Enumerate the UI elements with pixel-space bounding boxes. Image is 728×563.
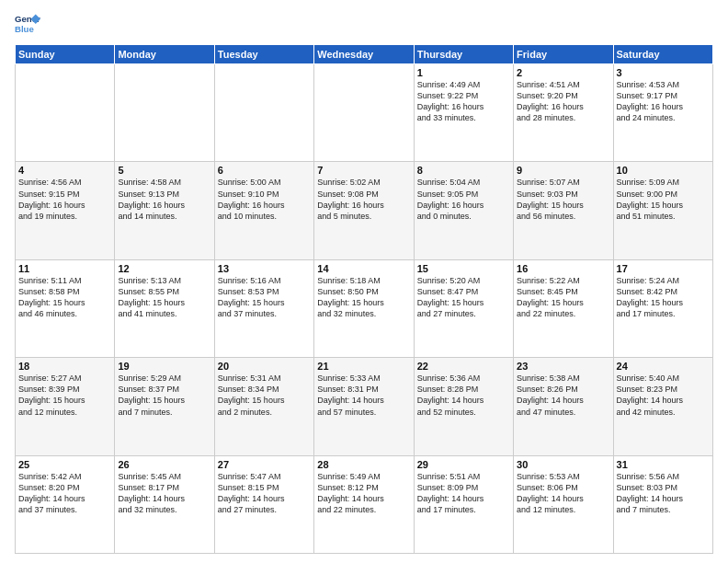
calendar-cell: 8Sunrise: 5:04 AM Sunset: 9:05 PM Daylig… (414, 162, 513, 259)
calendar-cell (314, 64, 414, 162)
day-number: 1 (417, 67, 510, 78)
calendar-cell: 30Sunrise: 5:53 AM Sunset: 8:06 PM Dayli… (514, 455, 613, 553)
calendar-header-monday: Monday (115, 45, 214, 64)
day-info: Sunrise: 5:11 AM Sunset: 8:58 PM Dayligh… (18, 275, 111, 320)
day-number: 20 (218, 361, 311, 372)
calendar-cell: 29Sunrise: 5:51 AM Sunset: 8:09 PM Dayli… (414, 455, 513, 553)
calendar-cell: 18Sunrise: 5:27 AM Sunset: 8:39 PM Dayli… (16, 358, 115, 455)
day-number: 23 (517, 361, 609, 372)
day-info: Sunrise: 5:36 AM Sunset: 8:28 PM Dayligh… (417, 373, 510, 418)
day-info: Sunrise: 5:24 AM Sunset: 8:42 PM Dayligh… (617, 275, 710, 320)
calendar-cell: 7Sunrise: 5:02 AM Sunset: 9:08 PM Daylig… (314, 162, 414, 259)
day-number: 12 (118, 263, 210, 274)
day-info: Sunrise: 5:16 AM Sunset: 8:53 PM Dayligh… (218, 275, 311, 320)
day-info: Sunrise: 5:00 AM Sunset: 9:10 PM Dayligh… (218, 177, 311, 222)
day-number: 25 (18, 459, 111, 470)
calendar-cell: 10Sunrise: 5:09 AM Sunset: 9:00 PM Dayli… (613, 162, 712, 259)
day-info: Sunrise: 5:07 AM Sunset: 9:03 PM Dayligh… (517, 177, 609, 222)
day-number: 15 (417, 263, 510, 274)
calendar-cell: 13Sunrise: 5:16 AM Sunset: 8:53 PM Dayli… (214, 259, 313, 357)
day-number: 14 (317, 263, 410, 274)
calendar-week-2: 4Sunrise: 4:56 AM Sunset: 9:15 PM Daylig… (16, 162, 713, 259)
calendar-cell: 21Sunrise: 5:33 AM Sunset: 8:31 PM Dayli… (314, 358, 414, 455)
day-number: 29 (417, 459, 510, 470)
day-number: 10 (617, 165, 710, 176)
calendar-cell: 25Sunrise: 5:42 AM Sunset: 8:20 PM Dayli… (16, 455, 115, 553)
day-info: Sunrise: 5:22 AM Sunset: 8:45 PM Dayligh… (517, 275, 609, 320)
calendar-cell: 23Sunrise: 5:38 AM Sunset: 8:26 PM Dayli… (514, 358, 613, 455)
calendar-cell: 9Sunrise: 5:07 AM Sunset: 9:03 PM Daylig… (514, 162, 613, 259)
day-info: Sunrise: 4:56 AM Sunset: 9:15 PM Dayligh… (18, 177, 111, 222)
calendar-cell: 28Sunrise: 5:49 AM Sunset: 8:12 PM Dayli… (314, 455, 414, 553)
day-info: Sunrise: 5:33 AM Sunset: 8:31 PM Dayligh… (317, 373, 410, 418)
calendar-cell: 5Sunrise: 4:58 AM Sunset: 9:13 PM Daylig… (115, 162, 214, 259)
calendar-cell: 24Sunrise: 5:40 AM Sunset: 8:23 PM Dayli… (613, 358, 712, 455)
day-info: Sunrise: 5:53 AM Sunset: 8:06 PM Dayligh… (517, 471, 609, 516)
day-info: Sunrise: 5:04 AM Sunset: 9:05 PM Dayligh… (417, 177, 510, 222)
day-info: Sunrise: 5:56 AM Sunset: 8:03 PM Dayligh… (617, 471, 710, 516)
day-number: 7 (317, 165, 410, 176)
day-number: 31 (617, 459, 710, 470)
calendar-cell: 22Sunrise: 5:36 AM Sunset: 8:28 PM Dayli… (414, 358, 513, 455)
header: General Blue (15, 11, 713, 37)
calendar-cell: 14Sunrise: 5:18 AM Sunset: 8:50 PM Dayli… (314, 259, 414, 357)
calendar-cell: 27Sunrise: 5:47 AM Sunset: 8:15 PM Dayli… (214, 455, 313, 553)
day-info: Sunrise: 5:51 AM Sunset: 8:09 PM Dayligh… (417, 471, 510, 516)
calendar-cell: 1Sunrise: 4:49 AM Sunset: 9:22 PM Daylig… (414, 64, 513, 162)
calendar-cell: 11Sunrise: 5:11 AM Sunset: 8:58 PM Dayli… (16, 259, 115, 357)
day-info: Sunrise: 4:58 AM Sunset: 9:13 PM Dayligh… (118, 177, 210, 222)
day-info: Sunrise: 5:18 AM Sunset: 8:50 PM Dayligh… (317, 275, 410, 320)
calendar-week-4: 18Sunrise: 5:27 AM Sunset: 8:39 PM Dayli… (16, 358, 713, 455)
day-info: Sunrise: 5:31 AM Sunset: 8:34 PM Dayligh… (218, 373, 311, 418)
day-info: Sunrise: 5:42 AM Sunset: 8:20 PM Dayligh… (18, 471, 111, 516)
day-info: Sunrise: 5:13 AM Sunset: 8:55 PM Dayligh… (118, 275, 210, 320)
day-number: 30 (517, 459, 609, 470)
day-info: Sunrise: 5:45 AM Sunset: 8:17 PM Dayligh… (118, 471, 210, 516)
day-info: Sunrise: 5:02 AM Sunset: 9:08 PM Dayligh… (317, 177, 410, 222)
calendar-cell: 12Sunrise: 5:13 AM Sunset: 8:55 PM Dayli… (115, 259, 214, 357)
day-number: 3 (617, 67, 710, 78)
calendar-header-thursday: Thursday (414, 45, 513, 64)
calendar-week-5: 25Sunrise: 5:42 AM Sunset: 8:20 PM Dayli… (16, 455, 713, 553)
calendar-cell: 15Sunrise: 5:20 AM Sunset: 8:47 PM Dayli… (414, 259, 513, 357)
calendar-header-friday: Friday (514, 45, 613, 64)
calendar-cell: 31Sunrise: 5:56 AM Sunset: 8:03 PM Dayli… (613, 455, 712, 553)
calendar-header-saturday: Saturday (613, 45, 712, 64)
day-number: 21 (317, 361, 410, 372)
day-number: 9 (517, 165, 609, 176)
calendar-header-tuesday: Tuesday (214, 45, 313, 64)
day-number: 4 (18, 165, 111, 176)
day-number: 11 (18, 263, 111, 274)
day-number: 22 (417, 361, 510, 372)
day-number: 27 (218, 459, 311, 470)
day-info: Sunrise: 5:27 AM Sunset: 8:39 PM Dayligh… (18, 373, 111, 418)
day-number: 16 (517, 263, 609, 274)
calendar-cell: 16Sunrise: 5:22 AM Sunset: 8:45 PM Dayli… (514, 259, 613, 357)
day-info: Sunrise: 5:09 AM Sunset: 9:00 PM Dayligh… (617, 177, 710, 222)
day-info: Sunrise: 4:49 AM Sunset: 9:22 PM Dayligh… (417, 79, 510, 124)
day-info: Sunrise: 5:29 AM Sunset: 8:37 PM Dayligh… (118, 373, 210, 418)
day-info: Sunrise: 5:49 AM Sunset: 8:12 PM Dayligh… (317, 471, 410, 516)
day-number: 5 (118, 165, 210, 176)
day-number: 26 (118, 459, 210, 470)
calendar-header-row: SundayMondayTuesdayWednesdayThursdayFrid… (16, 45, 713, 64)
calendar-cell: 4Sunrise: 4:56 AM Sunset: 9:15 PM Daylig… (16, 162, 115, 259)
calendar-week-1: 1Sunrise: 4:49 AM Sunset: 9:22 PM Daylig… (16, 64, 713, 162)
logo-icon: General Blue (15, 11, 40, 37)
calendar-header-wednesday: Wednesday (314, 45, 414, 64)
day-number: 28 (317, 459, 410, 470)
calendar-cell (115, 64, 214, 162)
calendar-header-sunday: Sunday (16, 45, 115, 64)
day-info: Sunrise: 5:20 AM Sunset: 8:47 PM Dayligh… (417, 275, 510, 320)
day-info: Sunrise: 4:53 AM Sunset: 9:17 PM Dayligh… (617, 79, 710, 124)
calendar-cell: 26Sunrise: 5:45 AM Sunset: 8:17 PM Dayli… (115, 455, 214, 553)
day-info: Sunrise: 5:40 AM Sunset: 8:23 PM Dayligh… (617, 373, 710, 418)
day-info: Sunrise: 5:38 AM Sunset: 8:26 PM Dayligh… (517, 373, 609, 418)
svg-text:Blue: Blue (15, 24, 34, 34)
calendar-cell (16, 64, 115, 162)
calendar-cell: 2Sunrise: 4:51 AM Sunset: 9:20 PM Daylig… (514, 64, 613, 162)
calendar-week-3: 11Sunrise: 5:11 AM Sunset: 8:58 PM Dayli… (16, 259, 713, 357)
calendar-cell: 17Sunrise: 5:24 AM Sunset: 8:42 PM Dayli… (613, 259, 712, 357)
day-number: 2 (517, 67, 609, 78)
day-info: Sunrise: 5:47 AM Sunset: 8:15 PM Dayligh… (218, 471, 311, 516)
